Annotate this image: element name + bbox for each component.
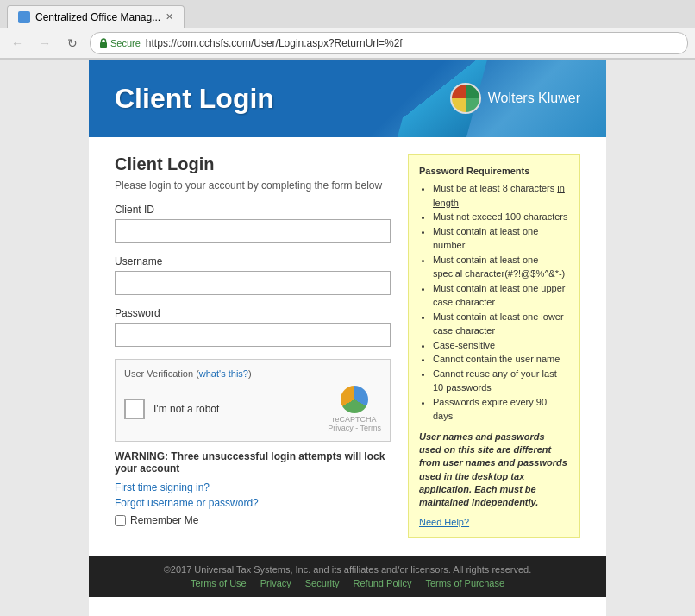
req-item: Must not exceed 100 characters — [433, 210, 569, 224]
username-input[interactable] — [115, 271, 391, 295]
req-item: Must contain at least one lower case cha… — [433, 310, 569, 338]
captcha-header-end: ) — [248, 368, 252, 379]
first-time-link[interactable]: First time signing in? — [115, 481, 391, 493]
req-item: Passwords expire every 90 days — [433, 395, 569, 424]
req-item: Must be at least 8 characters in length — [433, 181, 569, 210]
browser-tab[interactable]: Centralized Office Manag... ✕ — [7, 5, 185, 28]
password-input[interactable] — [115, 323, 391, 347]
remember-me-checkbox[interactable] — [115, 515, 126, 526]
terms-of-purchase-link[interactable]: Terms of Purchase — [425, 578, 504, 588]
form-left: Client Login Please login to your accoun… — [115, 154, 391, 538]
warning-strong: WARNING: Three unsuccessful login attemp… — [115, 450, 385, 475]
refresh-button[interactable]: ↻ — [62, 33, 83, 53]
url-text: https://com.cchsfs.com/User/Login.aspx?R… — [146, 37, 679, 49]
captcha-checkbox[interactable] — [124, 399, 145, 419]
recaptcha-logo: reCAPTCHA Privacy - Terms — [328, 386, 381, 432]
req-item: Case-sensitive — [433, 338, 569, 353]
req-item: Must contain at least one number — [433, 224, 569, 253]
banner-title: Client Login — [115, 83, 274, 115]
form-area: Client Login Please login to your accoun… — [89, 137, 606, 556]
req-title: Password Requirements — [419, 166, 569, 176]
captcha-header-text: User Verification ( — [124, 368, 199, 379]
req-item: Cannot reuse any of your last 10 passwor… — [433, 367, 569, 395]
nav-bar: ← → ↻ Secure https://com.cchsfs.com/User… — [0, 28, 695, 59]
terms-of-use-link[interactable]: Terms of Use — [191, 578, 247, 588]
svg-rect-0 — [100, 42, 107, 48]
secure-badge: Secure — [99, 38, 141, 48]
recaptcha-icon — [341, 386, 368, 413]
captcha-box: User Verification (what's this?) I'm not… — [115, 359, 391, 442]
recaptcha-privacy: Privacy - Terms — [328, 424, 381, 432]
lock-icon — [99, 38, 108, 48]
password-group: Password — [115, 307, 391, 347]
back-button[interactable]: ← — [7, 33, 28, 53]
footer-copyright: ©2017 Universal Tax Systems, Inc. and it… — [97, 564, 598, 575]
req-item: Must contain at least one upper case cha… — [433, 281, 569, 310]
page-title: Client Login — [115, 154, 391, 174]
client-id-group: Client ID — [115, 204, 391, 243]
secure-label: Secure — [110, 38, 141, 48]
security-link[interactable]: Security — [305, 578, 340, 588]
forgot-link[interactable]: Forgot username or password? — [115, 497, 391, 509]
footer-links: Terms of Use Privacy Security Refund Pol… — [97, 578, 598, 588]
refund-policy-link[interactable]: Refund Policy — [354, 578, 412, 588]
tab-bar: Centralized Office Manag... ✕ — [0, 0, 695, 28]
client-id-input[interactable] — [115, 219, 391, 243]
username-group: Username — [115, 255, 391, 295]
password-label: Password — [115, 307, 391, 319]
password-requirements-panel: Password Requirements Must be at least 8… — [408, 154, 580, 538]
main-container: Client Login Wolters Kluwer Client Login… — [89, 60, 606, 616]
req-item: Cannot contain the user name — [433, 352, 569, 367]
captcha-label: I'm not a robot — [153, 403, 319, 415]
wk-name: Wolters Kluwer — [488, 91, 580, 106]
username-label: Username — [115, 255, 391, 267]
req-item: Must contain at least one special charac… — [433, 253, 569, 281]
remember-me-label: Remember Me — [130, 514, 198, 526]
browser-chrome: Centralized Office Manag... ✕ ← → ↻ Secu… — [0, 0, 695, 60]
recaptcha-text: reCAPTCHA — [328, 415, 381, 424]
forward-button[interactable]: → — [34, 33, 55, 53]
wk-logo: Wolters Kluwer — [450, 83, 580, 114]
footer: ©2017 Universal Tax Systems, Inc. and it… — [89, 556, 606, 597]
need-help-link[interactable]: Need Help? — [419, 517, 469, 527]
privacy-link[interactable]: Privacy — [260, 578, 291, 588]
captcha-header: User Verification (what's this?) — [124, 368, 381, 379]
address-bar[interactable]: Secure https://com.cchsfs.com/User/Login… — [90, 32, 688, 54]
header-banner: Client Login Wolters Kluwer — [89, 60, 606, 137]
tab-favicon — [18, 11, 30, 23]
client-id-label: Client ID — [115, 204, 391, 216]
whats-this-link[interactable]: what's this? — [199, 368, 248, 379]
page-subtitle: Please login to your account by completi… — [115, 179, 391, 192]
wk-globe-icon — [450, 83, 481, 114]
tab-close-button[interactable]: ✕ — [166, 11, 173, 22]
page-content: Client Login Wolters Kluwer Client Login… — [0, 60, 695, 616]
captcha-inner: I'm not a robot reCAPTCHA Privacy - Term… — [124, 386, 381, 432]
req-list: Must be at least 8 characters in length … — [419, 181, 569, 424]
req-note: User names and passwords used on this si… — [419, 431, 569, 510]
warning-text: WARNING: Three unsuccessful login attemp… — [115, 450, 391, 475]
tab-title: Centralized Office Manag... — [35, 11, 160, 23]
remember-me-group: Remember Me — [115, 514, 391, 526]
